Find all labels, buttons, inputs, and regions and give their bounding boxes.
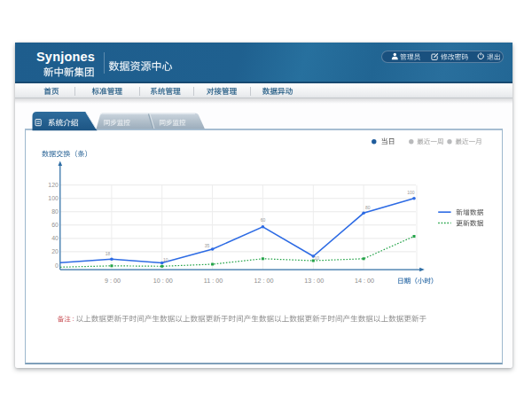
svg-text:20: 20 bbox=[51, 248, 59, 254]
svg-text:10: 10 bbox=[163, 257, 168, 262]
svg-text:40: 40 bbox=[51, 235, 59, 241]
svg-text:14 : 00: 14 : 00 bbox=[355, 277, 374, 285]
svg-text:13 : 00: 13 : 00 bbox=[304, 277, 324, 285]
svg-text:11 : 00: 11 : 00 bbox=[204, 277, 223, 285]
svg-text:80: 80 bbox=[365, 205, 371, 210]
svg-text:60: 60 bbox=[261, 217, 266, 223]
svg-text:60: 60 bbox=[51, 222, 59, 228]
svg-text:80: 80 bbox=[51, 208, 59, 215]
svg-text:0: 0 bbox=[55, 262, 59, 269]
svg-text:100: 100 bbox=[48, 195, 59, 201]
svg-text:35: 35 bbox=[205, 243, 210, 248]
svg-text:10: 10 bbox=[315, 255, 320, 261]
svg-text:120: 120 bbox=[48, 182, 59, 188]
svg-text:10 : 00: 10 : 00 bbox=[153, 277, 173, 285]
svg-text:9 : 00: 9 : 00 bbox=[105, 277, 121, 285]
svg-text::: : bbox=[73, 315, 74, 323]
svg-text:18: 18 bbox=[106, 251, 111, 256]
svg-text:12 : 00: 12 : 00 bbox=[254, 277, 273, 285]
svg-text:100: 100 bbox=[407, 190, 415, 195]
